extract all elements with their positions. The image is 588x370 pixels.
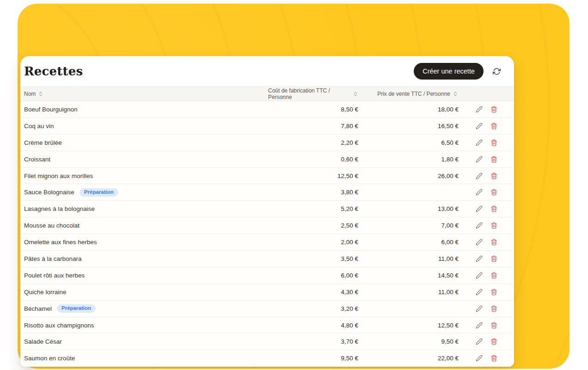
column-header-cout[interactable]: Coût de fabrication TTC / Personne: [268, 87, 361, 100]
price-value: 9,50 €: [361, 338, 460, 345]
price-value: 26,00 €: [361, 173, 460, 179]
trash-icon[interactable]: [490, 355, 497, 362]
recipe-name: Poulet rôti aux herbes: [24, 272, 85, 279]
price-value: 16,50 €: [361, 123, 460, 130]
table-row: Quiche lorraine 4,30 € 11,00 €: [20, 284, 514, 301]
pencil-icon[interactable]: [475, 338, 483, 345]
column-header-nom[interactable]: Nom: [24, 91, 268, 97]
pencil-icon[interactable]: [475, 239, 483, 246]
trash-icon[interactable]: [490, 338, 497, 345]
price-value: 13,00 €: [361, 205, 460, 212]
sort-chevrons-icon: [453, 91, 458, 97]
cost-value: 4,80 €: [268, 322, 361, 329]
recipes-card: Recettes Créer une recette Nom: [20, 56, 514, 367]
cost-value: 0,60 €: [268, 156, 361, 163]
recipe-name: Sauce Bolognaise: [24, 189, 74, 196]
recipe-name: Béchamel: [24, 305, 52, 312]
table-row: Mousse au chocolat 2,50 € 7,00 €: [20, 217, 514, 234]
trash-icon[interactable]: [490, 321, 497, 329]
preparation-badge: Préparation: [80, 188, 118, 197]
cost-value: 3,70 €: [268, 338, 361, 345]
column-header-label: Coût de fabrication TTC / Personne: [268, 87, 350, 100]
recipe-name: Salade César: [24, 338, 62, 345]
recipe-name: Coq au vin: [24, 123, 54, 130]
cost-value: 2,00 €: [268, 239, 361, 246]
pencil-icon[interactable]: [475, 122, 483, 130]
price-value: 12,50 €: [361, 322, 460, 329]
price-value: 6,00 €: [361, 239, 460, 246]
table-row: Boeuf Bourguignon 8,50 € 18,00 €: [20, 101, 514, 118]
trash-icon[interactable]: [490, 105, 497, 113]
recipe-name: Filet mignon aux morilles: [24, 173, 93, 179]
sort-chevrons-icon: [38, 91, 43, 97]
trash-icon[interactable]: [490, 122, 497, 130]
cost-value: 3,50 €: [268, 255, 361, 262]
table-row: Poulet rôti aux herbes 6,00 € 14,50 €: [20, 267, 514, 284]
trash-icon[interactable]: [490, 172, 497, 179]
recipe-name: Omelette aux fines herbes: [24, 239, 97, 246]
table-row: Salade César 3,70 € 9,50 €: [20, 333, 514, 350]
pencil-icon[interactable]: [475, 355, 483, 362]
cost-value: 2,50 €: [268, 222, 361, 229]
recipe-name: Pâtes à la carbonara: [24, 255, 82, 262]
trash-icon[interactable]: [490, 271, 497, 279]
pencil-icon[interactable]: [475, 255, 483, 262]
table-row: Pâtes à la carbonara 3,50 € 11,00 €: [20, 251, 514, 267]
trash-icon[interactable]: [490, 288, 497, 296]
trash-icon[interactable]: [490, 255, 497, 262]
recipe-name: Saumon en croûte: [24, 355, 75, 362]
pencil-icon[interactable]: [475, 172, 483, 179]
trash-icon[interactable]: [490, 205, 497, 213]
page-title: Recettes: [24, 64, 83, 78]
cost-value: 9,50 €: [268, 355, 361, 362]
table-row: Béchamel Préparation 3,20 €: [20, 301, 514, 317]
price-value: 11,00 €: [361, 289, 460, 296]
price-value: 14,50 €: [361, 272, 460, 279]
pencil-icon[interactable]: [475, 271, 483, 279]
pencil-icon[interactable]: [475, 139, 483, 146]
refresh-icon[interactable]: [492, 67, 501, 76]
header-actions: Créer une recette: [414, 63, 501, 80]
create-recipe-button[interactable]: Créer une recette: [414, 63, 484, 80]
column-header-prix[interactable]: Prix de vente TTC / Personne: [361, 91, 460, 97]
table-row: Saumon en croûte 9,50 € 22,00 €: [20, 350, 514, 367]
cost-value: 5,20 €: [268, 205, 361, 212]
cost-value: 3,20 €: [268, 305, 361, 312]
trash-icon[interactable]: [490, 305, 497, 312]
page-background: Recettes Créer une recette Nom: [0, 0, 588, 370]
cost-value: 4,30 €: [268, 289, 361, 296]
trash-icon[interactable]: [490, 222, 497, 229]
table-row: Croissant 0,60 € 1,80 €: [20, 151, 514, 168]
pencil-icon[interactable]: [475, 288, 483, 296]
pencil-icon[interactable]: [475, 321, 483, 329]
pencil-icon[interactable]: [475, 189, 483, 196]
table-row: Filet mignon aux morilles 12,50 € 26,00 …: [20, 168, 514, 185]
recipe-name: Boeuf Bourguignon: [24, 106, 78, 113]
cost-value: 3,80 €: [268, 189, 361, 196]
pencil-icon[interactable]: [475, 222, 483, 229]
price-value: 18,00 €: [361, 106, 460, 113]
cost-value: 7,80 €: [268, 123, 361, 130]
pencil-icon[interactable]: [475, 105, 483, 113]
table-row: Sauce Bolognaise Préparation 3,80 €: [20, 184, 514, 201]
pencil-icon[interactable]: [475, 155, 483, 163]
recipe-name: Croissant: [24, 156, 50, 163]
table-row: Omelette aux fines herbes 2,00 € 6,00 €: [20, 234, 514, 251]
pencil-icon[interactable]: [475, 305, 483, 312]
trash-icon[interactable]: [490, 155, 497, 163]
price-value: 11,00 €: [361, 255, 460, 262]
trash-icon[interactable]: [490, 239, 497, 246]
recipe-name: Quiche lorraine: [24, 289, 67, 296]
price-value: 6,50 €: [361, 139, 460, 146]
table-header-row: Nom Coût de fabrication TTC / Personne P…: [20, 86, 514, 101]
cost-value: 2,20 €: [268, 139, 361, 146]
trash-icon[interactable]: [490, 189, 497, 196]
column-header-label: Nom: [24, 91, 36, 97]
pencil-icon[interactable]: [475, 205, 483, 213]
trash-icon[interactable]: [490, 139, 497, 146]
price-value: 7,00 €: [361, 222, 460, 229]
table-body: Boeuf Bourguignon 8,50 € 18,00 €: [20, 101, 514, 367]
table-row: Crème brûlée 2,20 € 6,50 €: [20, 135, 514, 151]
cost-value: 8,50 €: [268, 106, 361, 113]
sort-chevrons-icon: [353, 91, 358, 97]
